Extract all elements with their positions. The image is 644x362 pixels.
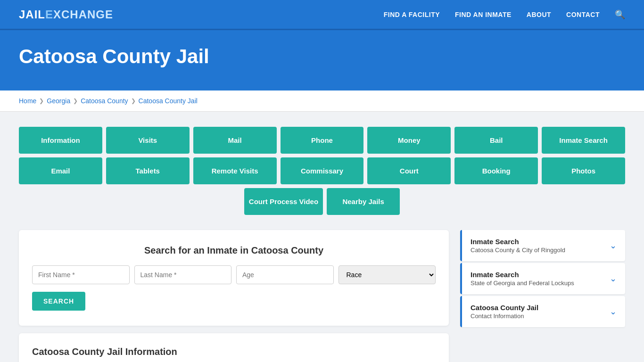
nav-about[interactable]: ABOUT	[527, 11, 551, 18]
btn-nearby-jails[interactable]: Nearby Jails	[327, 188, 400, 215]
race-select[interactable]: Race White Black Hispanic Asian Other	[339, 265, 436, 284]
btn-commissary[interactable]: Commissary	[281, 157, 364, 184]
grid-row-1: Information Visits Mail Phone Money Bail…	[19, 127, 625, 154]
first-name-input[interactable]	[32, 265, 130, 284]
breadcrumb-catoosa-county[interactable]: Catoosa County	[81, 97, 128, 105]
info-title: Catoosa County Jail Information	[32, 346, 436, 357]
breadcrumb-bar: Home ❯ Georgia ❯ Catoosa County ❯ Catoos…	[0, 90, 644, 112]
logo: JAILEXCHANGE	[19, 8, 113, 21]
main-content: Information Visits Mail Phone Money Bail…	[0, 112, 644, 362]
breadcrumb-georgia[interactable]: Georgia	[47, 97, 70, 105]
search-form: Race White Black Hispanic Asian Other	[32, 265, 436, 284]
sidebar-item-title-state: Inmate Search	[471, 271, 574, 279]
breadcrumb-sep-2: ❯	[73, 98, 78, 104]
btn-information[interactable]: Information	[19, 127, 102, 154]
sidebar: Inmate Search Catoosa County & City of R…	[460, 230, 625, 327]
search-title: Search for an Inmate in Catoosa County	[32, 245, 436, 256]
info-section: Catoosa County Jail Information	[19, 333, 449, 362]
btn-court-process-video[interactable]: Court Process Video	[244, 188, 323, 215]
chevron-down-icon-contact: ⌄	[610, 306, 617, 317]
sidebar-item-title-contact: Catoosa County Jail	[471, 304, 538, 312]
sidebar-item-text-contact: Catoosa County Jail Contact Information	[471, 304, 538, 320]
btn-mail[interactable]: Mail	[193, 127, 277, 154]
btn-email[interactable]: Email	[19, 157, 102, 184]
search-icon[interactable]: 🔍	[615, 9, 625, 20]
sidebar-item-header-state[interactable]: Inmate Search State of Georgia and Feder…	[462, 263, 625, 294]
sidebar-item-inmate-search-local: Inmate Search Catoosa County & City of R…	[460, 230, 625, 261]
nav-contact[interactable]: CONTACT	[566, 11, 600, 18]
chevron-down-icon-state: ⌄	[610, 273, 617, 284]
chevron-down-icon-local: ⌄	[610, 240, 617, 251]
nav: FIND A FACILITY FIND AN INMATE ABOUT CON…	[384, 9, 625, 20]
sidebar-item-text-local: Inmate Search Catoosa County & City of R…	[471, 238, 565, 254]
btn-court[interactable]: Court	[367, 157, 451, 184]
sidebar-item-subtitle-contact: Contact Information	[471, 313, 538, 320]
breadcrumb: Home ❯ Georgia ❯ Catoosa County ❯ Catoos…	[19, 97, 625, 105]
btn-tablets[interactable]: Tablets	[106, 157, 190, 184]
age-input[interactable]	[236, 265, 334, 284]
search-button[interactable]: SEARCH	[32, 292, 85, 311]
sidebar-item-header-local[interactable]: Inmate Search Catoosa County & City of R…	[462, 230, 625, 261]
btn-inmate-search[interactable]: Inmate Search	[542, 127, 625, 154]
btn-booking[interactable]: Booking	[454, 157, 538, 184]
sidebar-item-contact: Catoosa County Jail Contact Information …	[460, 296, 625, 327]
left-column: Search for an Inmate in Catoosa County R…	[19, 230, 449, 362]
sidebar-item-subtitle-state: State of Georgia and Federal Lockups	[471, 280, 574, 287]
grid-row-2: Email Tablets Remote Visits Commissary C…	[19, 157, 625, 184]
content-area: Search for an Inmate in Catoosa County R…	[19, 230, 625, 362]
grid-row-3: Court Process Video Nearby Jails	[19, 188, 625, 215]
btn-remote-visits[interactable]: Remote Visits	[193, 157, 277, 184]
breadcrumb-current: Catoosa County Jail	[139, 97, 198, 105]
sidebar-item-subtitle-local: Catoosa County & City of Ringgold	[471, 247, 565, 254]
nav-find-inmate[interactable]: FIND AN INMATE	[455, 11, 512, 18]
last-name-input[interactable]	[134, 265, 232, 284]
sidebar-item-text-state: Inmate Search State of Georgia and Feder…	[471, 271, 574, 287]
btn-bail[interactable]: Bail	[454, 127, 538, 154]
logo-xchange: XCHANGE	[53, 8, 113, 21]
breadcrumb-sep-1: ❯	[39, 98, 44, 104]
sidebar-item-header-contact[interactable]: Catoosa County Jail Contact Information …	[462, 296, 625, 327]
page-title: Catoosa County Jail	[19, 45, 625, 68]
sidebar-item-title-local: Inmate Search	[471, 238, 565, 246]
sidebar-item-inmate-search-state: Inmate Search State of Georgia and Feder…	[460, 263, 625, 294]
btn-photos[interactable]: Photos	[542, 157, 625, 184]
logo-e: E	[45, 8, 53, 21]
btn-money[interactable]: Money	[367, 127, 451, 154]
hero-section: Catoosa County Jail	[0, 30, 644, 90]
logo-jail: JAIL	[19, 8, 45, 21]
header: JAILEXCHANGE FIND A FACILITY FIND AN INM…	[0, 0, 644, 30]
search-card: Search for an Inmate in Catoosa County R…	[19, 230, 449, 326]
btn-phone[interactable]: Phone	[281, 127, 364, 154]
breadcrumb-home[interactable]: Home	[19, 97, 36, 105]
btn-visits[interactable]: Visits	[106, 127, 190, 154]
breadcrumb-sep-3: ❯	[131, 98, 136, 104]
nav-find-facility[interactable]: FIND A FACILITY	[384, 11, 440, 18]
